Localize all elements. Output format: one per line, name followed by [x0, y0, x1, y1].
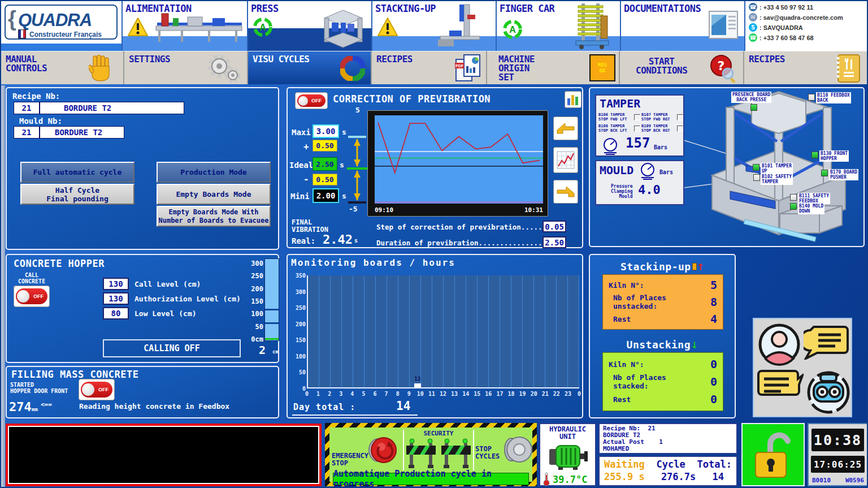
stacking-machine-image [435, 3, 494, 49]
sensor-b108-label: B108 TAMPER STOP BCK LFT [598, 124, 633, 133]
tamper-sensors-grid: B106 TAMPER STOP FWD LFT B107 TAMPER STO… [598, 113, 683, 133]
half-cycle-button[interactable]: Half Cycle Final pounding [20, 184, 134, 205]
chart-forward-button[interactable] [553, 180, 578, 204]
stop-cycles-label: STOP CYCLES [475, 446, 500, 460]
tab-stacking-up[interactable]: STACKING-UP [372, 1, 497, 51]
monitoring-x-tick: 3 [339, 391, 342, 397]
stacking-places-row: Nb of Places unstacked:8 [609, 293, 717, 310]
clock-main-display: 10:38 [811, 429, 864, 451]
monitoring-x-tick: 4 [350, 391, 354, 397]
stacking-rest-label: Rest [609, 315, 631, 323]
empty-boards-nb-button[interactable]: Empty Boards Mode With Number of Boards … [157, 206, 271, 227]
ideal-unit: s [340, 161, 344, 169]
support-chat-panel[interactable] [753, 318, 852, 417]
unstacking-places-value: 0 [710, 375, 717, 388]
pressure-gauge-icon [602, 137, 619, 156]
tab-finger-car-label: FINGER CAR [500, 3, 554, 14]
bar-chart-icon [565, 92, 581, 107]
mould-nb-value[interactable]: 21 [14, 126, 40, 139]
stacking-kiln-label: Kiln N°: [609, 281, 644, 290]
contact-tile: ☎ : +33 4 50 97 92 11 ✉ : sav@quadra-con… [745, 1, 868, 51]
lock-login-button[interactable] [741, 423, 805, 486]
plus-tolerance-value[interactable]: 0.50 [313, 140, 337, 152]
indicator-b102-label: B102 SAFETY TAMPER [761, 174, 793, 185]
tamper-title: TAMPER [600, 97, 640, 110]
mould-name-value[interactable]: BORDURE T2 [40, 126, 124, 139]
authorization-level-value[interactable]: 130 [103, 292, 129, 305]
call-concrete-toggle[interactable]: OFF [14, 286, 50, 307]
monitoring-x-tick: 17 [496, 391, 503, 397]
full-automatic-cycle-button[interactable]: Full automatic cycle [20, 162, 134, 183]
chart-mode-button[interactable] [565, 91, 581, 108]
tab-finger-car[interactable]: FINGER CAR A [497, 1, 621, 51]
chatbot-robot-icon [806, 368, 851, 415]
mould-pressure-value: 4.0 [638, 183, 661, 197]
hopper-door-toggle[interactable]: OFF [79, 379, 115, 400]
sensor-b109-checkbox [677, 126, 683, 132]
call-level-value[interactable]: 130 [103, 278, 129, 290]
logo-bracket-icon: { [8, 7, 16, 31]
contact-skype-row: S : SAVQUADRA [749, 23, 868, 32]
previbration-toggle[interactable]: OFF [295, 92, 328, 109]
monitoring-y-tick: 50 [299, 369, 306, 375]
report-pdf-icon: PDF [454, 54, 483, 83]
toggle-state-label: OFF [98, 387, 108, 392]
previb-axis-top: 5 [355, 106, 360, 114]
stacking-panel: Stackinp-up↑ Kiln N°:5 Nb of Places unst… [589, 254, 736, 418]
speech-bubble-icon [756, 369, 804, 406]
stacking-kiln-row: Kiln N°:5 [609, 278, 717, 292]
stacking-kiln-value: 5 [710, 278, 717, 292]
nav-visu-cycles[interactable]: VISU CYCLES [248, 51, 372, 84]
mini-value[interactable]: 2.00 [313, 188, 339, 203]
stacking-places-label: Nb of Places unstacked: [609, 293, 666, 310]
nav-manual-controls[interactable]: MANUAL CONTROLS [1, 51, 124, 84]
sensor-b106: B106 TAMPER STOP FWD LFT [598, 113, 640, 122]
indicator-presence-board [750, 104, 757, 111]
brand-subtitle: Constructeur Français [29, 31, 102, 38]
minus-tolerance-value[interactable]: 0.50 [313, 174, 337, 185]
recipe-name-value[interactable]: BORDURE T2 [40, 102, 184, 114]
arrow-back-icon [556, 121, 575, 136]
chart-history-button[interactable] [553, 147, 578, 173]
started-hopper-door-label: STARTED HOPPER DOOR FRONT [10, 382, 68, 394]
unstacking-rest-value: 0 [710, 392, 717, 406]
ideal-value[interactable]: 2.50 [313, 157, 337, 171]
recipe-nb-value[interactable]: 21 [14, 102, 40, 114]
clock-sub-display: 17:06:25 [811, 456, 865, 473]
tab-documentations[interactable]: DOCUMENTATIONS [621, 1, 745, 51]
stacking-up-arrow-icon: ↑ [697, 262, 704, 273]
nav-recipes[interactable]: RECIPES PDF [372, 51, 487, 84]
nav-start-conditions[interactable]: START CONDITIONS ? [620, 51, 744, 84]
empty-boards-mode-button[interactable]: Empty Boards Mode [157, 184, 271, 205]
logo-frame: { QUADRA Constructeur Français [5, 5, 118, 40]
low-level-value[interactable]: 80 [103, 307, 129, 319]
previb-chart [375, 115, 543, 204]
auto-cycle-icon: A [501, 18, 524, 41]
nav-machine-origin-set[interactable]: MACHINE ORIGIN SET MOS OK [487, 51, 620, 84]
step-correction-value[interactable]: 0.05 [542, 221, 566, 232]
nav-recipes-2[interactable]: RECIPES [744, 51, 868, 84]
trend-chart-icon [556, 150, 575, 170]
previb-chart-frame: 09:10 10:31 [367, 110, 548, 217]
maxi-value[interactable]: 3.00 [313, 124, 339, 138]
tamper-box: TAMPER B106 TAMPER STOP FWD LFT B107 TAM… [595, 94, 684, 157]
chart-back-button[interactable] [553, 116, 578, 140]
hopper-door-toggle-pill: OFF [81, 382, 112, 398]
unstacking-rest-label: Rest [609, 395, 631, 404]
production-mode-button[interactable]: Production Mode [157, 162, 271, 183]
mos-ok-button[interactable]: MOS OK [589, 54, 615, 81]
nav-settings[interactable]: SETTINGS [124, 51, 248, 84]
sensor-b108-checkbox [634, 126, 640, 132]
documentations-icon [707, 9, 740, 41]
divider [403, 430, 404, 470]
cycle-status-text: Automatique Production cycle in progress [333, 469, 528, 488]
nav-machine-origin-label: MACHINE ORIGIN SET [498, 55, 535, 82]
hopper-current-unit: cm [272, 349, 279, 355]
stacking-rest-value: 4 [710, 312, 717, 326]
alarm-message-display [6, 424, 322, 486]
unstacking-title-row: Unstacking↓ [590, 339, 735, 351]
tab-alimentation[interactable]: ALIMENTATION [123, 1, 248, 51]
tab-press[interactable]: PRESS A [248, 1, 372, 51]
duration-previbration-value[interactable]: 2.50 [542, 236, 566, 248]
warning-icon [377, 17, 398, 37]
